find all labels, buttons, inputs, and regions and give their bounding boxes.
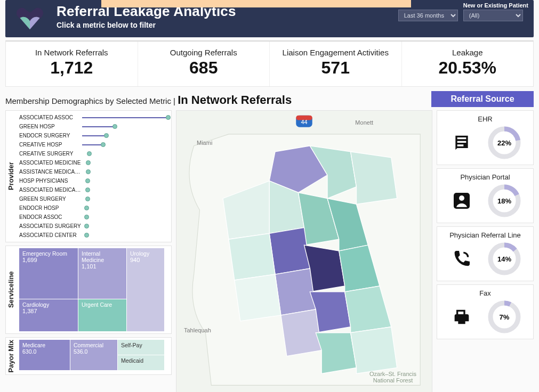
provider-bar <box>82 187 168 193</box>
header: Referral Leakage Analytics Click a metri… <box>5 0 534 37</box>
referral-source-title: EHR <box>439 115 531 123</box>
provider-name: ASSOCIATED MEDICINE <box>19 160 82 166</box>
provider-row[interactable]: GREEN SURGERY <box>19 194 168 203</box>
provider-bar <box>82 169 168 175</box>
provider-row[interactable]: ASSISTANCE MEDICAL C.. <box>19 167 168 176</box>
svg-marker-15 <box>351 327 397 374</box>
provider-row[interactable]: HOSP PHYSICIANS <box>19 176 168 185</box>
metric-in-network[interactable]: In Network Referrals 1,712 <box>6 42 138 86</box>
provider-row[interactable]: ASSOCIATED ASSOC <box>19 113 168 122</box>
top-accent-band <box>101 0 411 7</box>
svg-marker-18 <box>235 274 281 321</box>
payor-panel: Payor Mix Medicare 630.0 Commercial 536.… <box>5 337 172 375</box>
provider-bar <box>82 151 168 157</box>
provider-row[interactable]: CREATIVE HOSP <box>19 140 168 149</box>
provider-row[interactable]: ENDOCR HOSP <box>19 203 168 213</box>
provider-bar <box>82 160 168 166</box>
metric-cards: In Network Referrals 1,712 Outgoing Refe… <box>5 40 534 87</box>
fax-icon <box>449 305 474 329</box>
donut-chart: 14% <box>488 242 521 275</box>
svg-point-25 <box>459 195 464 201</box>
map-label-monett: Monett <box>355 119 373 126</box>
provider-name: ASSOCIATED SURGERY <box>19 223 82 229</box>
payor-medicaid[interactable]: Medicaid <box>118 355 164 370</box>
payor-label: Payor Mix <box>6 338 16 374</box>
metric-leakage[interactable]: Leakage 20.53% <box>402 42 534 86</box>
provider-bar <box>82 206 168 211</box>
referral-source-item[interactable]: Physician Referral Line14% <box>437 226 534 281</box>
provider-row[interactable]: ASSOCIATED CENTER <box>19 231 168 240</box>
provider-bar <box>82 224 168 229</box>
referral-source-title: Physician Referral Line <box>439 231 531 239</box>
header-selectors: . Last 36 months New or Existing Patient… <box>398 2 528 21</box>
provider-bar <box>82 124 168 129</box>
referral-source-header: Referral Source <box>431 91 534 107</box>
provider-panel: Provider ASSOCIATED ASSOCGREEN HOSPENDOC… <box>5 110 172 242</box>
provider-name: CREATIVE HOSP <box>19 142 82 148</box>
physician-portal-icon <box>449 189 474 213</box>
provider-name: GREEN HOSP <box>19 124 82 129</box>
map-panel[interactable]: 44 Miami Monett Tahlequah Ozark–St. Fran… <box>176 110 432 392</box>
sl-cardiology[interactable]: Cardiology 1,387 <box>19 299 78 331</box>
provider-bar <box>82 133 168 138</box>
provider-name: ASSOCIATED MEDICAL G.. <box>19 187 82 193</box>
sl-emergency-room[interactable]: Emergency Room 1,699 <box>19 248 78 299</box>
provider-bar <box>82 115 168 120</box>
donut-chart: 22% <box>488 126 521 159</box>
sl-urgent-care[interactable]: Urgent Care <box>78 299 126 331</box>
referral-source-item[interactable]: EHR22% <box>437 110 534 165</box>
provider-row[interactable]: CREATIVE SURGERY <box>19 149 168 158</box>
provider-name: ENDOCR ASSOC <box>19 214 82 220</box>
provider-row[interactable]: ASSOCIATED MEDICINE <box>19 158 168 167</box>
provider-name: ENDOCR HOSP <box>19 205 82 211</box>
payor-selfpay[interactable]: Self-Pay <box>118 340 164 355</box>
svg-marker-3 <box>351 152 397 205</box>
provider-row[interactable]: ENDOCR SURGERY <box>19 131 168 140</box>
provider-bar <box>82 178 168 184</box>
referral-source-title: Fax <box>439 289 531 297</box>
serviceline-panel: Serviceline Emergency Room 1,699 Interna… <box>5 246 172 334</box>
period-select[interactable]: Last 36 months <box>398 10 458 21</box>
provider-bar <box>82 233 168 238</box>
referral-source-item[interactable]: Physician Portal18% <box>437 168 534 223</box>
payor-commercial[interactable]: Commercial 536.0 <box>70 340 117 370</box>
provider-name: ENDOCR SURGERY <box>19 133 82 138</box>
patient-type-select[interactable]: (All) <box>463 10 523 21</box>
choropleth-map: 44 <box>176 111 432 392</box>
provider-row[interactable]: ASSOCIATED SURGERY <box>19 222 168 231</box>
payor-medicare[interactable]: Medicare 630.0 <box>19 340 70 370</box>
map-label-forest: Ozark–St. Francis National Forest <box>364 371 422 383</box>
ehr-icon <box>449 130 474 155</box>
provider-bar <box>82 215 168 220</box>
svg-marker-7 <box>269 227 310 274</box>
map-label-tahlequah: Tahlequah <box>184 327 211 333</box>
provider-name: ASSOCIATED ASSOC <box>19 115 82 120</box>
donut-chart: 7% <box>488 300 521 333</box>
provider-bar <box>82 142 168 148</box>
provider-row[interactable]: GREEN HOSP <box>19 122 168 131</box>
provider-name: ASSOCIATED CENTER <box>19 232 82 238</box>
provider-row[interactable]: ENDOCR ASSOC <box>19 213 168 222</box>
provider-name: GREEN SURGERY <box>19 196 82 202</box>
provider-name: ASSISTANCE MEDICAL C.. <box>19 169 82 175</box>
page-subtitle: Click a metric below to filter <box>57 21 236 29</box>
referral-source-title: Physician Portal <box>439 173 531 181</box>
logo <box>11 3 49 32</box>
provider-row[interactable]: ASSOCIATED MEDICAL G.. <box>19 185 168 194</box>
map-label-miami: Miami <box>197 140 212 146</box>
referral-source-item[interactable]: Fax7% <box>437 284 534 339</box>
svg-marker-14 <box>316 333 356 374</box>
main-area: Provider ASSOCIATED ASSOCGREEN HOSPENDOC… <box>0 110 539 392</box>
svg-marker-17 <box>229 233 275 280</box>
sl-urology[interactable]: Urology 940 <box>127 248 164 331</box>
physician-referral-line-icon <box>449 247 474 271</box>
provider-label: Provider <box>6 111 16 242</box>
heart-logo-icon <box>14 4 46 31</box>
provider-bar <box>82 197 168 202</box>
sl-internal-medicine[interactable]: Internal Medicine 1,101 <box>78 248 126 299</box>
serviceline-label: Serviceline <box>6 246 16 333</box>
metric-outgoing[interactable]: Outgoing Referrals 685 <box>138 42 270 86</box>
svg-text:44: 44 <box>301 119 307 125</box>
section-title: Membership Demographics by Selected Metr… <box>0 91 431 110</box>
metric-liaison[interactable]: Liaison Engagement Activities 571 <box>270 42 402 86</box>
